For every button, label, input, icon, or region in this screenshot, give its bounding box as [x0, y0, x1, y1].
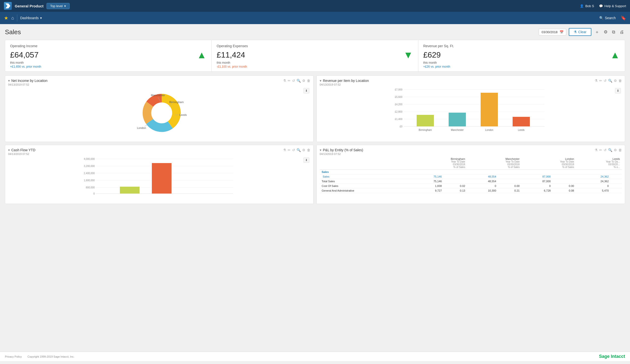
add-button[interactable]: ＋	[594, 28, 600, 36]
pl-collapse-icon[interactable]: ▾	[320, 148, 322, 152]
cashflow-edit-icon[interactable]: ✏	[288, 148, 291, 152]
pl-section-label: Sales	[320, 170, 413, 174]
svg-text:2,400,000: 2,400,000	[84, 172, 95, 175]
cashflow-bar-1	[120, 187, 140, 194]
pl-entity-title: ▾ P&L by Entity (% of Sales)	[320, 148, 363, 152]
clear-button[interactable]: ⚗ Clear	[569, 28, 591, 36]
svg-text:4,000,000: 4,000,000	[84, 158, 95, 160]
pl-bham-sales: 75,146	[413, 174, 444, 179]
page-actions: 03/30/2018 📅 ⚗ Clear ＋ ⚙ ⧉ 🖨	[539, 28, 625, 36]
pl-leeds-sales: 24,362	[576, 174, 611, 179]
pl-leeds-total-pct	[611, 179, 622, 184]
pl-london-total-pct	[553, 179, 576, 184]
filter-icon[interactable]: ⚗	[283, 79, 286, 83]
revenue-item-icons: ⚗ ✏ ↺ 🔍 ⚙ 🗑	[594, 79, 622, 83]
delete-chart-icon-2[interactable]: 🗑	[618, 79, 622, 83]
top-level-dropdown[interactable]: Top level ▾	[46, 3, 70, 9]
edit-icon-2[interactable]: ✏	[599, 79, 602, 83]
pl-bham-total-pct	[444, 179, 467, 184]
cashflow-download-button[interactable]: ⬇	[304, 157, 309, 163]
pl-mchester-total-pct	[498, 179, 522, 184]
calendar-icon[interactable]: 📅	[560, 30, 564, 34]
filter-icon-2[interactable]: ⚗	[594, 79, 598, 83]
home-icon[interactable]: ⌂	[11, 15, 14, 21]
copy-button[interactable]: ⧉	[611, 28, 616, 36]
svg-text:1,600,000: 1,600,000	[84, 179, 95, 182]
bookmark-icon[interactable]: 🔖	[621, 15, 626, 21]
kpi-arrow-down-1: ▼	[403, 49, 413, 60]
settings-chart-icon-2[interactable]: ⚙	[614, 79, 617, 83]
page-header: Sales 03/30/2018 📅 ⚗ Clear ＋ ⚙ ⧉ 🖨	[5, 28, 625, 36]
search-button[interactable]: 🔍 Search	[599, 16, 616, 20]
pl-leeds-total: 24,362	[576, 179, 611, 184]
user-menu[interactable]: 👤 Bob S	[580, 4, 594, 8]
kpi-value-1: £11,424	[216, 50, 245, 59]
label-london: London	[137, 126, 146, 129]
pl-col-london: London Year To Date 03/30/2018 % of Sale…	[522, 156, 576, 170]
bar-birmingham	[417, 115, 434, 126]
settings-button[interactable]: ⚙	[603, 28, 608, 36]
pl-london-cos-pct: 0.00	[553, 184, 576, 188]
kpi-period-0: this month	[10, 61, 206, 64]
cashflow-refresh-icon[interactable]: ↺	[292, 148, 295, 152]
pl-row-ga: General And Administrative 9,727 0.13 10…	[320, 188, 622, 193]
revenue-item-title: ▾ Revenue per Item by Location	[320, 79, 369, 83]
edit-icon[interactable]: ✏	[288, 79, 291, 83]
top-charts-row: ▾ Net Income by Location 04/13/2019 07:5…	[5, 75, 625, 142]
cashflow-settings-icon[interactable]: ⚙	[302, 148, 306, 152]
print-button[interactable]: 🖨	[619, 28, 625, 36]
pl-london-total: 87,000	[522, 179, 552, 184]
svg-text:£5,600: £5,600	[395, 96, 402, 98]
pl-bham-cos-pct: 0.02	[444, 184, 467, 188]
cashflow-title: ▾ Cash Flow YTD	[8, 148, 36, 152]
revenue-item-title-block: ▾ Revenue per Item by Location 04/13/201…	[320, 79, 369, 86]
pl-section-sales: Sales	[320, 170, 622, 174]
cashflow-delete-icon[interactable]: 🗑	[307, 148, 310, 152]
cashflow-filter-icon[interactable]: ⚗	[283, 148, 286, 152]
pl-leeds-ga-pct	[611, 188, 622, 193]
svg-text:3,200,000: 3,200,000	[84, 165, 95, 167]
pl-settings-icon[interactable]: ⚙	[614, 148, 617, 152]
net-income-title: ▾ Net Income by Location	[8, 79, 48, 83]
pl-edit-icon[interactable]: ✏	[599, 148, 602, 152]
collapse-icon-2[interactable]: ▾	[320, 79, 322, 83]
kpi-label-2: Revenue per Sq. Ft.	[423, 44, 620, 48]
pl-delete-icon[interactable]: 🗑	[618, 148, 622, 152]
date-filter[interactable]: 03/30/2018 📅	[539, 29, 566, 35]
collapse-icon[interactable]: ▾	[8, 79, 10, 83]
pl-filter-icon[interactable]: ⚗	[594, 148, 598, 152]
label-birmingham: Birmingham	[169, 101, 184, 103]
svg-text:800,000: 800,000	[86, 186, 95, 189]
settings-chart-icon[interactable]: ⚙	[302, 79, 306, 83]
kpi-value-row-0: £64,057 ▲	[10, 49, 206, 60]
pl-sales-link[interactable]: Sales	[323, 175, 330, 178]
search-chart-icon[interactable]: 🔍	[296, 79, 301, 83]
pl-leeds-cos-pct	[611, 184, 622, 188]
pl-bham-total: 75,146	[413, 179, 444, 184]
privacy-policy-link[interactable]: Privacy Policy	[5, 355, 22, 358]
label-leeds: Leeds	[180, 113, 187, 116]
refresh-icon[interactable]: ↺	[292, 79, 295, 83]
pl-mchester-cos-pct: 0.00	[498, 184, 522, 188]
pl-col-label	[320, 156, 413, 170]
net-income-body: ⬇	[8, 87, 310, 136]
cashflow-search-icon[interactable]: 🔍	[296, 148, 301, 152]
help-support-link[interactable]: 💬 Help & Support	[599, 4, 626, 8]
pl-refresh-icon[interactable]: ↺	[604, 148, 606, 152]
favorites-star-icon[interactable]: ★	[4, 15, 8, 21]
cashflow-date: 04/13/2019 07:52	[8, 152, 36, 155]
pl-search-icon[interactable]: 🔍	[608, 148, 612, 152]
kpi-arrow-up-2: ▲	[610, 49, 620, 60]
dashboards-nav[interactable]: Dashboards ▾	[17, 14, 45, 21]
cashflow-collapse-icon[interactable]: ▾	[8, 148, 10, 152]
download-button-2[interactable]: ⬇	[615, 88, 621, 93]
cashflow-title-block: ▾ Cash Flow YTD 04/13/2019 07:52	[8, 148, 36, 155]
pl-mchester-ga-pct: 0.21	[498, 188, 522, 193]
kpi-operating-income: Operating Income £64,057 ▲ this month +£…	[5, 40, 212, 71]
search-chart-icon-2[interactable]: 🔍	[608, 79, 612, 83]
net-income-panel: ▾ Net Income by Location 04/13/2019 07:5…	[5, 75, 314, 142]
refresh-icon-2[interactable]: ↺	[604, 79, 606, 83]
delete-chart-icon[interactable]: 🗑	[307, 79, 310, 83]
pl-bham-cos: 1,838	[413, 184, 444, 188]
page-title: Sales	[5, 28, 21, 36]
